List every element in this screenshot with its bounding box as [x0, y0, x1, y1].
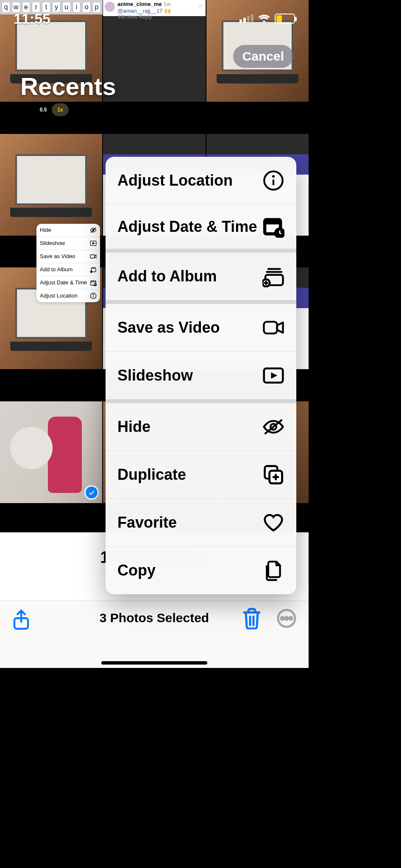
menu-adjust-location[interactable]: Adjust Location — [106, 157, 296, 204]
menu-label: Duplicate — [117, 466, 262, 483]
mini-menu-label: Adjust Location — [40, 293, 90, 299]
mini-menu-slideshow[interactable]: Slideshow — [36, 237, 100, 250]
menu-label: Adjust Date & Time — [117, 218, 262, 235]
key-u[interactable]: u — [62, 2, 71, 13]
album-title: Recents — [20, 72, 116, 100]
key-t[interactable]: t — [42, 2, 50, 13]
info-icon — [262, 170, 284, 192]
key-e[interactable]: e — [22, 2, 31, 13]
mini-menu-label: Adjust Date & Time — [40, 280, 90, 286]
keyboard-row: q w e r t y u i o p — [0, 0, 103, 14]
menu-slideshow[interactable]: Slideshow — [106, 352, 296, 399]
svg-rect-8 — [91, 281, 96, 285]
social-age: 1w — [163, 1, 170, 7]
zoom-level: 0.5 — [35, 103, 52, 116]
social-mention: @aman__rajj__17 🙌 — [117, 8, 203, 14]
mini-menu-label: Slideshow — [40, 240, 90, 246]
mini-menu-label: Add to Album — [40, 267, 90, 273]
video-icon — [262, 317, 284, 339]
svg-marker-5 — [95, 255, 96, 258]
heart-icon: ♡ — [198, 3, 203, 11]
menu-favorite[interactable]: Favorite — [106, 499, 296, 546]
menu-label: Save as Video — [117, 319, 262, 336]
menu-duplicate[interactable]: Duplicate — [106, 451, 296, 498]
duplicate-icon — [262, 464, 284, 486]
social-username: anime_clone_me — [117, 1, 162, 7]
menu-label: Favorite — [117, 514, 262, 531]
album-icon — [262, 265, 284, 287]
mini-menu-hide[interactable]: Hide — [36, 224, 100, 237]
photo-thumbnail[interactable] — [0, 401, 102, 503]
play-icon — [262, 364, 284, 387]
svg-point-22 — [272, 175, 275, 178]
info-icon — [90, 292, 97, 299]
hide-icon — [90, 227, 97, 234]
menu-label: Add to Album — [117, 268, 262, 285]
calendar-icon — [90, 279, 97, 286]
zoom-level: 1x — [52, 103, 69, 116]
mini-context-menu: Hide Slideshow Save as Video Add to Albu… — [36, 224, 100, 302]
hide-icon — [262, 416, 284, 438]
key-r[interactable]: r — [32, 2, 40, 13]
mini-menu-save-video[interactable]: Save as Video — [36, 250, 100, 263]
mini-menu-add-album[interactable]: Add to Album — [36, 263, 100, 276]
key-o[interactable]: o — [82, 2, 91, 13]
menu-copy[interactable]: Copy — [106, 547, 296, 594]
menu-save-as-video[interactable]: Save as Video — [106, 304, 296, 351]
svg-rect-4 — [90, 255, 94, 258]
key-y[interactable]: y — [52, 2, 61, 13]
menu-label: Slideshow — [117, 367, 262, 384]
menu-label: Adjust Location — [117, 172, 262, 189]
play-icon — [90, 240, 97, 247]
selection-count: 3 Photos Selected — [0, 611, 309, 625]
calendar-icon — [262, 216, 284, 238]
menu-label: Copy — [117, 562, 262, 579]
heart-icon — [262, 512, 284, 534]
photo-thumbnail[interactable] — [0, 134, 102, 236]
camera-zoom-chip: 0.5 1x — [35, 103, 69, 116]
copy-icon — [262, 559, 284, 581]
svg-point-12 — [93, 294, 94, 295]
mini-menu-label: Save as Video — [40, 253, 90, 259]
menu-add-to-album[interactable]: Add to Album — [106, 253, 296, 300]
key-i[interactable]: i — [72, 2, 81, 13]
context-menu: Adjust Location Adjust Date & Time Add t… — [106, 157, 296, 594]
avatar — [105, 2, 115, 12]
key-p[interactable]: p — [92, 2, 101, 13]
cancel-button[interactable]: Cancel — [233, 45, 293, 68]
selection-check-icon — [84, 485, 99, 500]
menu-hide[interactable]: Hide — [106, 403, 296, 451]
svg-marker-32 — [271, 373, 277, 379]
home-indicator[interactable] — [101, 661, 207, 665]
svg-marker-3 — [93, 242, 95, 244]
svg-marker-30 — [277, 323, 283, 333]
menu-label: Hide — [117, 418, 262, 435]
social-comment: anime_clone_me 1w @aman__rajj__17 🙌 390 … — [103, 0, 206, 16]
album-icon — [90, 266, 97, 273]
menu-adjust-date-time[interactable]: Adjust Date & Time — [106, 205, 296, 249]
key-q[interactable]: q — [2, 2, 10, 13]
svg-rect-29 — [264, 322, 277, 334]
mini-menu-label: Hide — [40, 227, 90, 233]
social-likes: 390 likes Reply — [117, 14, 203, 20]
key-w[interactable]: w — [12, 2, 20, 13]
mini-menu-adjust-location[interactable]: Adjust Location — [36, 289, 100, 302]
mini-menu-adjust-date[interactable]: Adjust Date & Time — [36, 276, 100, 289]
video-icon — [90, 253, 97, 260]
bottom-toolbar: 3 Photos Selected — [0, 600, 309, 668]
